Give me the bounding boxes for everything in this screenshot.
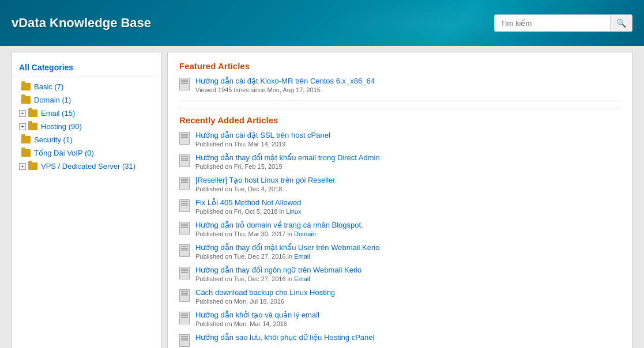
sidebar-link-domain[interactable]: Domain (1) xyxy=(34,96,71,104)
recent-article-meta-3: Published on Fri, Oct 5, 2018 in Linux xyxy=(195,208,302,215)
recent-article-content-2: [Reseller] Tạo host Linux trên gói Resel… xyxy=(195,176,336,192)
recent-article-content-3: Fix Lỗi 405 Method Not AllowedPublished … xyxy=(195,198,302,215)
main-wrapper: All Categories Basic (7) Domain (1) + Em… xyxy=(12,52,632,348)
sidebar: All Categories Basic (7) Domain (1) + Em… xyxy=(12,52,161,348)
sidebar-item-domain[interactable]: Domain (1) xyxy=(12,93,161,107)
folder-icon xyxy=(21,136,31,143)
recent-article-meta-5: Published on Tue, Dec 27, 2016 in Email xyxy=(195,253,379,260)
recent-article-link-1[interactable]: Hướng dẫn thay đổi mật khẩu email trong … xyxy=(195,153,380,162)
search-input[interactable] xyxy=(495,16,610,31)
article-icon xyxy=(179,78,190,90)
search-box: 🔍 xyxy=(494,14,632,32)
category-link[interactable]: Email xyxy=(294,275,310,282)
recent-article-content-6: Hướng dẫn thay đổi ngôn ngữ trên Webmail… xyxy=(195,266,361,282)
featured-article-content: Hướng dẫn cài đặt Kloxo-MR trên Centos 6… xyxy=(195,77,375,93)
recent-section-title: Recently Added Articles xyxy=(179,115,620,125)
recent-article-meta-0: Published on Thu, Mar 14, 2019 xyxy=(195,141,330,147)
category-link[interactable]: Domain xyxy=(294,230,316,237)
category-link[interactable]: Linux xyxy=(286,208,301,215)
recent-article-meta-1: Published on Fri, Feb 15, 2019 xyxy=(195,163,380,170)
folder-icon xyxy=(28,162,37,170)
article-icon xyxy=(179,312,190,324)
expand-icon: + xyxy=(19,110,26,117)
sidebar-link-vps[interactable]: VPS / Dedicated Server (31) xyxy=(41,162,135,171)
article-icon xyxy=(179,154,190,167)
sidebar-link-security[interactable]: Security (1) xyxy=(34,135,72,144)
featured-article-meta-0: Viewed 1945 times since Mon, Aug 17, 201… xyxy=(195,86,375,93)
recent-article-link-9[interactable]: Hướng dẫn sao lưu, khôi phục dữ liệu Hos… xyxy=(195,333,374,342)
recent-articles-container: Hướng dẫn cài đặt SSL trên host cPanelPu… xyxy=(179,131,620,347)
article-icon xyxy=(179,267,190,279)
sidebar-item-security[interactable]: Security (1) xyxy=(12,133,161,146)
folder-icon xyxy=(28,109,37,117)
article-icon xyxy=(179,244,190,257)
recent-article-meta-2: Published on Tue, Dec 4, 2018 xyxy=(195,186,336,192)
sidebar-link-basic[interactable]: Basic (7) xyxy=(34,82,63,91)
page-header: vData Knowledge Base 🔍 xyxy=(0,0,644,46)
article-panel: Featured Articles Hướng dẫn cài đặt Klox… xyxy=(167,52,632,348)
recent-article-content-5: Hướng dẫn thay đổi mật khẩu User trên We… xyxy=(195,243,379,260)
sidebar-item-vps[interactable]: + VPS / Dedicated Server (31) xyxy=(12,160,161,173)
recent-article-content-0: Hướng dẫn cài đặt SSL trên host cPanelPu… xyxy=(195,131,330,147)
recent-article-meta-4: Published on Thu, Mar 30, 2017 in Domain xyxy=(195,230,363,237)
recent-article-content-7: Cách download backup cho Linux HostingPu… xyxy=(195,288,335,305)
recent-article-content-9: Hướng dẫn sao lưu, khôi phục dữ liệu Hos… xyxy=(195,333,374,343)
sidebar-item-basic[interactable]: Basic (7) xyxy=(12,80,161,93)
recent-article-6: Hướng dẫn thay đổi ngôn ngữ trên Webmail… xyxy=(179,266,620,282)
sidebar-link-hosting[interactable]: Hosting (90) xyxy=(41,122,82,131)
folder-icon xyxy=(28,123,37,130)
recent-article-0: Hướng dẫn cài đặt SSL trên host cPanelPu… xyxy=(179,131,620,147)
recent-article-link-5[interactable]: Hướng dẫn thay đổi mật khẩu User trên We… xyxy=(195,243,379,252)
recent-article-4: Hướng dẫn trỏ domain về trang cá nhân Bl… xyxy=(179,221,620,237)
category-link[interactable]: Email xyxy=(294,253,310,260)
article-icon xyxy=(179,222,190,234)
expand-icon: + xyxy=(19,123,26,130)
expand-icon: + xyxy=(19,163,26,170)
recent-article-meta-8: Published on Mon, Mar 14, 2016 xyxy=(195,320,319,327)
recent-article-3: Fix Lỗi 405 Method Not AllowedPublished … xyxy=(179,198,620,215)
recent-article-2: [Reseller] Tạo host Linux trên gói Resel… xyxy=(179,176,620,192)
recent-article-link-7[interactable]: Cách download backup cho Linux Hosting xyxy=(195,288,335,297)
sidebar-link-email[interactable]: Email (15) xyxy=(41,109,75,118)
recent-article-link-0[interactable]: Hướng dẫn cài đặt SSL trên host cPanel xyxy=(195,131,330,139)
folder-icon xyxy=(21,149,31,157)
recent-article-1: Hướng dẫn thay đổi mật khẩu email trong … xyxy=(179,153,620,170)
recent-article-8: Hướng dẫn khởi tạo và quản lý emailPubli… xyxy=(179,311,620,327)
recent-article-link-4[interactable]: Hướng dẫn trỏ domain về trang cá nhân Bl… xyxy=(195,221,363,229)
folder-icon xyxy=(21,96,31,104)
recent-article-meta-6: Published on Tue, Dec 27, 2016 in Email xyxy=(195,275,361,282)
article-icon xyxy=(179,177,190,190)
featured-section-title: Featured Articles xyxy=(179,61,620,71)
sidebar-item-email[interactable]: + Email (15) xyxy=(12,107,161,120)
recent-article-link-2[interactable]: [Reseller] Tạo host Linux trên gói Resel… xyxy=(195,176,336,184)
recent-article-5: Hướng dẫn thay đổi mật khẩu User trên We… xyxy=(179,243,620,260)
article-icon xyxy=(179,199,190,212)
article-icon xyxy=(179,334,190,347)
recent-article-link-8[interactable]: Hướng dẫn khởi tạo và quản lý email xyxy=(195,311,319,319)
sidebar-item-hosting[interactable]: + Hosting (90) xyxy=(12,120,161,133)
site-title: vData Knowledge Base xyxy=(12,16,151,31)
sidebar-link-voip[interactable]: Tổng Đài VoIP (0) xyxy=(34,149,94,157)
folder-icon xyxy=(21,83,31,90)
featured-article-link-0[interactable]: Hướng dẫn cài đặt Kloxo-MR trên Centos 6… xyxy=(195,77,375,85)
search-button[interactable]: 🔍 xyxy=(610,15,632,31)
sidebar-title: All Categories xyxy=(12,58,161,77)
recent-article-content-1: Hướng dẫn thay đổi mật khẩu email trong … xyxy=(195,153,380,170)
recent-article-meta-7: Published on Mon, Jul 18, 2016 xyxy=(195,298,335,305)
recent-article-link-6[interactable]: Hướng dẫn thay đổi ngôn ngữ trên Webmail… xyxy=(195,266,361,274)
divider xyxy=(179,108,620,108)
featured-article-0: Hướng dẫn cài đặt Kloxo-MR trên Centos 6… xyxy=(179,77,620,101)
article-icon xyxy=(179,132,190,145)
recent-article-content-4: Hướng dẫn trỏ domain về trang cá nhân Bl… xyxy=(195,221,363,237)
article-icon xyxy=(179,289,190,302)
recent-article-7: Cách download backup cho Linux HostingPu… xyxy=(179,288,620,305)
recent-article-9: Hướng dẫn sao lưu, khôi phục dữ liệu Hos… xyxy=(179,333,620,347)
sidebar-item-voip[interactable]: Tổng Đài VoIP (0) xyxy=(12,146,161,160)
recent-article-content-8: Hướng dẫn khởi tạo và quản lý emailPubli… xyxy=(195,311,319,327)
recent-article-link-3[interactable]: Fix Lỗi 405 Method Not Allowed xyxy=(195,198,302,207)
